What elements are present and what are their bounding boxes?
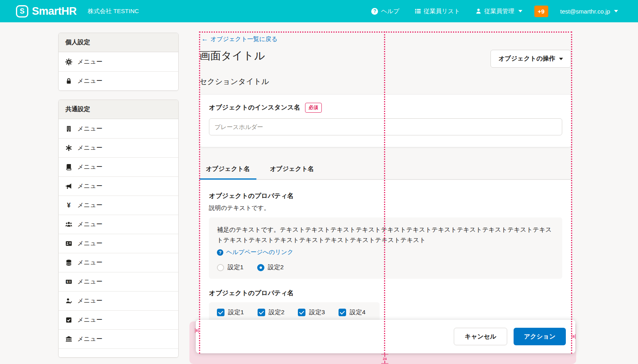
floating-action-footer: キャンセル アクション <box>196 320 575 353</box>
object-tabs: オブジェクト名 オブジェクト名 <box>199 158 572 180</box>
sidebar-item-menu[interactable]: メニュー <box>59 196 178 215</box>
checkbox-option-4[interactable]: 設定4 <box>339 308 366 317</box>
nav-help[interactable]: ヘルプ <box>371 8 399 15</box>
sidebar-group-common: 共通設定 メニュー メニュー メニュー メニュー メニュー メニュー メニュー <box>58 100 179 358</box>
sidebar-item-label: メニュー <box>77 77 102 85</box>
nav-employee-management[interactable]: 従業員管理 <box>475 8 522 15</box>
company-name: 株式会社 TESTINC <box>88 8 139 15</box>
sidebar-item-menu[interactable]: メニュー <box>59 138 178 157</box>
property-description: 説明のテキストです。 <box>209 204 562 212</box>
tab-label: オブジェクト名 <box>206 165 250 173</box>
instance-name-label-row: オブジェクトのインスタンス名 必須 <box>209 103 562 113</box>
section-title: セクションタイトル <box>199 76 269 87</box>
yen-icon <box>65 202 72 209</box>
sidebar-item-label: メニュー <box>77 258 102 267</box>
property-fieldset-1: 補足のテキストです。テキストテキストテキストテキストテキストテキストテキストテキ… <box>209 217 562 279</box>
sidebar-item-menu[interactable]: メニュー <box>59 215 178 234</box>
checkbox-checked-icon[interactable] <box>298 309 305 316</box>
notification-count-badge[interactable]: +9 <box>534 6 548 17</box>
asterisk-icon <box>65 145 72 151</box>
smarthr-logo-icon <box>16 5 28 18</box>
nav-employee-management-label: 従業員管理 <box>484 8 514 15</box>
sidebar-item-label: メニュー <box>77 125 102 133</box>
sidebar-item-menu[interactable]: メニュー <box>59 71 178 90</box>
radio-label: 設定2 <box>268 263 284 272</box>
checkbox-option-1[interactable]: 設定1 <box>217 308 244 317</box>
tab-object-1[interactable]: オブジェクト名 <box>199 158 256 180</box>
sidebar-item-menu[interactable]: メニュー <box>59 329 178 348</box>
settings-sidebar: 個人設定 メニュー メニュー 共通設定 メニュー メニュー メニュー メニュー <box>58 33 179 358</box>
checkbox-option-2[interactable]: 設定2 <box>258 308 285 317</box>
megaphone-icon <box>65 183 72 190</box>
sidebar-item-label: メニュー <box>77 316 102 324</box>
sidebar-item-menu[interactable]: メニュー <box>59 253 178 272</box>
checkbox-label: 設定2 <box>269 308 285 317</box>
checkbox-checked-icon[interactable] <box>217 309 224 316</box>
help-circle-icon <box>371 8 378 15</box>
sidebar-item-label: メニュー <box>77 220 102 229</box>
sidebar-group-personal: 個人設定 メニュー メニュー <box>58 33 179 91</box>
check-square-icon <box>65 317 72 323</box>
sidebar-item-label: メニュー <box>77 201 102 209</box>
object-actions-dropdown-button[interactable]: オブジェクトの操作 <box>490 50 571 68</box>
sidebar-item-menu[interactable]: メニュー <box>59 234 178 253</box>
property-label-1: オブジェクトのプロパティ名 <box>209 192 562 200</box>
radio-unchecked-icon[interactable] <box>217 264 224 271</box>
sidebar-item-menu[interactable]: メニュー <box>59 176 178 196</box>
sidebar-item-label: メニュー <box>77 182 102 190</box>
radio-option-1[interactable]: 設定1 <box>217 263 244 272</box>
checkbox-label: 設定3 <box>309 308 325 317</box>
lock-icon <box>65 78 72 84</box>
money-check-icon: $ <box>65 278 72 285</box>
tab-object-2[interactable]: オブジェクト名 <box>264 158 321 180</box>
chevron-down-icon <box>518 10 522 12</box>
database-icon <box>65 259 72 266</box>
sidebar-group-title: 個人設定 <box>59 33 178 52</box>
radio-label: 設定1 <box>228 263 244 272</box>
book-icon <box>65 164 72 170</box>
sidebar-item-label: メニュー <box>77 335 102 343</box>
help-circle-icon <box>217 249 223 256</box>
chevron-down-icon <box>614 10 618 12</box>
sidebar-item-menu[interactable]: $ メニュー <box>59 272 178 291</box>
nav-account[interactable]: test@smarthr.co.jp <box>560 8 618 15</box>
tab-label: オブジェクト名 <box>270 165 314 173</box>
help-page-link[interactable]: ヘルプページへのリンク <box>217 249 293 256</box>
checkbox-label: 設定4 <box>350 308 366 317</box>
nav-account-label: test@smarthr.co.jp <box>560 8 610 15</box>
radio-checked-icon[interactable] <box>257 264 264 271</box>
sidebar-item-menu[interactable]: メニュー <box>59 52 178 71</box>
sidebar-item-label: メニュー <box>77 239 102 248</box>
property-label-2: オブジェクトのプロパティ名 <box>209 289 562 297</box>
checkbox-checked-icon[interactable] <box>258 309 265 316</box>
sidebar-item-menu[interactable]: メニュー <box>59 291 178 310</box>
required-badge: 必須 <box>305 103 322 113</box>
instance-name-input[interactable] <box>209 118 562 135</box>
chevron-down-icon <box>559 58 563 60</box>
building-icon <box>65 125 72 132</box>
checkbox-checked-icon[interactable] <box>339 309 346 316</box>
sidebar-item-menu[interactable]: メニュー <box>59 310 178 329</box>
checkbox-option-3[interactable]: 設定3 <box>298 308 325 317</box>
back-to-object-list-link[interactable]: オブジェクト一覧に戻る <box>201 35 278 43</box>
svg-text:$: $ <box>67 280 68 284</box>
instance-name-label: オブジェクトのインスタンス名 <box>209 104 300 112</box>
sidebar-item-label: メニュー <box>77 163 102 171</box>
cancel-button[interactable]: キャンセル <box>454 328 507 345</box>
sidebar-item-menu[interactable]: メニュー <box>59 119 178 138</box>
action-button[interactable]: アクション <box>514 328 566 345</box>
user-icon <box>475 8 482 14</box>
checkbox-label: 設定1 <box>228 308 244 317</box>
user-check-icon <box>65 297 72 304</box>
id-card-icon <box>65 240 72 247</box>
supplementary-text: 補足のテキストです。テキストテキストテキストテキストテキストテキストテキストテキ… <box>217 225 554 245</box>
list-icon <box>415 8 421 14</box>
sidebar-group-title: 共通設定 <box>59 100 178 119</box>
smarthr-logo[interactable]: SmartHR <box>16 5 77 18</box>
sidebar-item-label: メニュー <box>77 144 102 152</box>
sidebar-item-menu[interactable]: メニュー <box>59 157 178 176</box>
nav-employee-list[interactable]: 従業員リスト <box>415 8 460 15</box>
radio-option-2[interactable]: 設定2 <box>257 263 284 272</box>
header-nav: ヘルプ 従業員リスト 従業員管理 +9 test@smarthr.co.jp <box>371 6 618 17</box>
sidebar-item-partial <box>59 348 178 357</box>
